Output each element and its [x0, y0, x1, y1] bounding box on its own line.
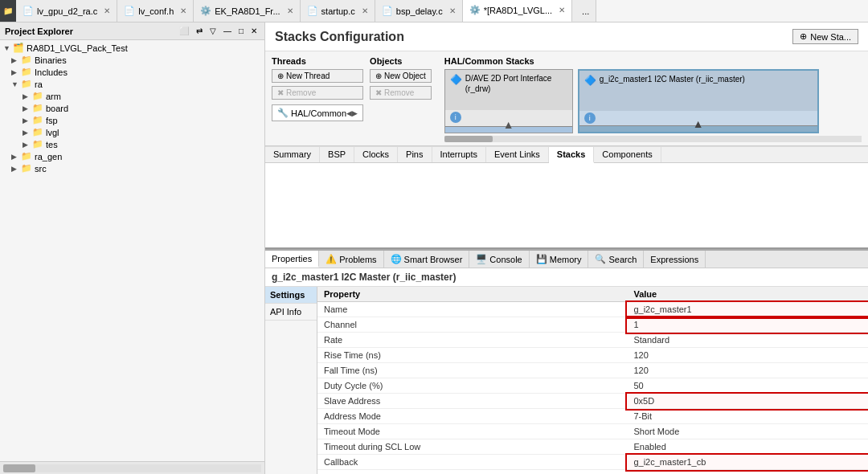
- bottom-tab-icon-memory: 💾: [536, 254, 547, 264]
- hal-common-icon: 🔧: [277, 108, 289, 118]
- new-thread-icon: ⊕: [277, 72, 284, 80]
- prop-name-2: Rate: [317, 333, 627, 348]
- remove-thread-button[interactable]: ✖ Remove: [272, 86, 363, 100]
- tab-close-startup_c[interactable]: ✕: [362, 6, 368, 15]
- table-row[interactable]: RateStandard: [317, 333, 868, 348]
- table-row[interactable]: Rise Time (ns)120: [317, 348, 868, 363]
- label-src: src: [35, 164, 47, 174]
- table-row[interactable]: Timeout ModeShort Mode: [317, 424, 868, 439]
- bottom-tab-properties[interactable]: Properties: [265, 251, 319, 268]
- prop-name-10: Callback: [317, 455, 627, 470]
- bottom-tab-search[interactable]: 🔍Search: [588, 251, 644, 268]
- bottom-tab-smart-browser[interactable]: 🌐Smart Browser: [384, 251, 470, 268]
- arrow-fsp: ▶: [23, 116, 32, 125]
- prop-value-8: Short Mode: [627, 424, 868, 439]
- top-tab-lv_gpu_d2_ra[interactable]: 📄lv_gpu_d2_ra.c✕: [16, 0, 117, 22]
- properties-title: g_i2c_master1 I2C Master (r_iic_master): [265, 268, 868, 287]
- table-row[interactable]: Timeout during SCL LowEnabled: [317, 439, 868, 455]
- tab-close-ek_ra8d1_fr[interactable]: ✕: [287, 6, 293, 15]
- arrow-includes: ▶: [11, 68, 21, 76]
- bottom-tab-memory[interactable]: 💾Memory: [530, 251, 589, 268]
- stack-card-i2c-master[interactable]: 🔷 g_i2c_master1 I2C Master (r_iic_master…: [578, 69, 819, 133]
- prop-value-6[interactable]: 0x5D: [627, 394, 868, 409]
- new-stack-button[interactable]: ⊕ New Sta...: [792, 29, 858, 44]
- table-row[interactable]: Callbackg_i2c_master1_cb: [317, 455, 868, 470]
- tree-item-binaries[interactable]: ▶📁Binaries: [0, 54, 264, 66]
- config-tab-pins[interactable]: Pins: [398, 147, 432, 162]
- table-row[interactable]: Fall Time (ns)120: [317, 363, 868, 378]
- top-tab-more[interactable]: ...: [572, 0, 596, 22]
- tree-item-arm[interactable]: ▶📁arm: [0, 90, 264, 102]
- stacks-config-title: Stacks Configuration: [275, 30, 404, 44]
- label-arm: arm: [46, 92, 61, 101]
- dave2d-card-title: D/AVE 2D Port Interface(r_drw): [465, 73, 552, 94]
- config-tab-summary[interactable]: Summary: [265, 147, 320, 162]
- arrow-ra: ▼: [11, 80, 21, 88]
- sync-sidebar-btn[interactable]: ⇄: [194, 26, 205, 36]
- config-tab-stacks[interactable]: Stacks: [549, 147, 594, 163]
- table-row[interactable]: Nameg_i2c_master1: [317, 302, 868, 317]
- top-tab-ek_ra8d1_fr[interactable]: ⚙️EK_RA8D1_Fr...✕: [194, 0, 300, 22]
- config-tab-bsp[interactable]: BSP: [320, 147, 354, 162]
- settings-item-api-info[interactable]: API Info: [265, 304, 317, 321]
- label-ra_gen: ra_gen: [35, 152, 62, 161]
- table-row[interactable]: Channel1: [317, 317, 868, 333]
- bottom-tab-problems[interactable]: ⚠️Problems: [319, 251, 383, 268]
- property-table-wrapper: Property Value Nameg_i2c_master1Channel1…: [317, 287, 868, 474]
- prop-name-0: Name: [317, 302, 627, 317]
- stack-card-dave2d[interactable]: 🔷 D/AVE 2D Port Interface(r_drw) i ▲: [444, 69, 573, 133]
- config-tab-interrupts[interactable]: Interrupts: [432, 147, 486, 162]
- bottom-tab-console[interactable]: 🖥️Console: [469, 251, 529, 268]
- label-board: board: [46, 104, 68, 113]
- prop-name-6: Slave Address: [317, 394, 627, 409]
- new-thread-button[interactable]: ⊕ New Thread: [272, 69, 363, 83]
- tab-close-lv_conf_h[interactable]: ✕: [180, 6, 186, 15]
- threads-label: Threads: [272, 56, 363, 66]
- i2c-info-icon[interactable]: i: [584, 112, 596, 124]
- minimize-sidebar-btn[interactable]: ⬜: [177, 26, 191, 36]
- collapse-sidebar-btn[interactable]: —: [221, 26, 234, 36]
- top-tab-startup_c[interactable]: 📄startup.c✕: [301, 0, 375, 22]
- tree-root[interactable]: ▼ 🗂️ RA8D1_LVGL_Pack_Test: [0, 42, 264, 54]
- tree-item-tes[interactable]: ▶📁tes: [0, 138, 264, 150]
- tab-close-ra8d1_lvgl[interactable]: ✕: [559, 6, 565, 14]
- table-row[interactable]: Slave Address0x5D: [317, 394, 868, 409]
- remove-object-button[interactable]: ✖ Remove: [370, 86, 432, 100]
- dave2d-info-icon[interactable]: i: [450, 112, 461, 123]
- tree-item-src[interactable]: ▶📁src: [0, 162, 264, 174]
- tree-item-lvgl[interactable]: ▶📁lvgl: [0, 126, 264, 138]
- prop-value-5: 50: [627, 378, 868, 394]
- top-tab-ra8d1_lvgl[interactable]: ⚙️*[RA8D1_LVGL...✕: [463, 0, 572, 22]
- hal-common-item[interactable]: 🔧 HAL/Common ◀▶: [272, 104, 363, 121]
- tree-item-includes[interactable]: ▶📁Includes: [0, 66, 264, 78]
- tab-icon-ek_ra8d1_fr: ⚙️: [200, 6, 211, 16]
- config-tab-event-links[interactable]: Event Links: [486, 147, 549, 162]
- prop-value-0[interactable]: g_i2c_master1: [627, 302, 868, 317]
- prop-value-1[interactable]: 1: [627, 317, 868, 333]
- tree-item-board[interactable]: ▶📁board: [0, 102, 264, 114]
- config-tab-components[interactable]: Components: [594, 147, 661, 162]
- tree-item-ra_gen[interactable]: ▶📁ra_gen: [0, 150, 264, 162]
- prop-value-10[interactable]: g_i2c_master1_cb: [627, 455, 868, 470]
- config-tab-clocks[interactable]: Clocks: [354, 147, 398, 162]
- filter-sidebar-btn[interactable]: ▽: [207, 26, 219, 36]
- folder-icon-binaries: 📁: [21, 55, 32, 65]
- table-row[interactable]: Address Mode7-Bit: [317, 409, 868, 424]
- table-row[interactable]: Duty Cycle (%)50: [317, 378, 868, 394]
- top-tab-lv_conf_h[interactable]: 📄lv_conf.h✕: [117, 0, 194, 22]
- bottom-tab-expressions[interactable]: Expressions: [644, 251, 706, 268]
- bottom-tab-label-smart-browser: Smart Browser: [404, 255, 463, 264]
- top-tab-bsp_delay_c[interactable]: 📄bsp_delay.c✕: [375, 0, 463, 22]
- tab-close-lv_gpu_d2_ra[interactable]: ✕: [104, 6, 110, 15]
- project-tree: ▼ 🗂️ RA8D1_LVGL_Pack_Test ▶📁Binaries▶📁In…: [0, 40, 264, 461]
- arrow-src: ▶: [11, 165, 21, 173]
- maximize-sidebar-btn[interactable]: □: [236, 26, 246, 36]
- new-object-button[interactable]: ⊕ New Object: [370, 69, 432, 83]
- settings-item-settings[interactable]: Settings: [265, 287, 317, 304]
- folder-icon-ra_gen: 📁: [21, 151, 32, 161]
- tab-close-bsp_delay_c[interactable]: ✕: [449, 6, 456, 15]
- close-sidebar-btn[interactable]: ✕: [248, 26, 260, 36]
- tree-item-ra[interactable]: ▼📁ra: [0, 78, 264, 90]
- project-explorer-icon: 📁: [3, 6, 13, 15]
- tree-item-fsp[interactable]: ▶📁fsp: [0, 114, 264, 126]
